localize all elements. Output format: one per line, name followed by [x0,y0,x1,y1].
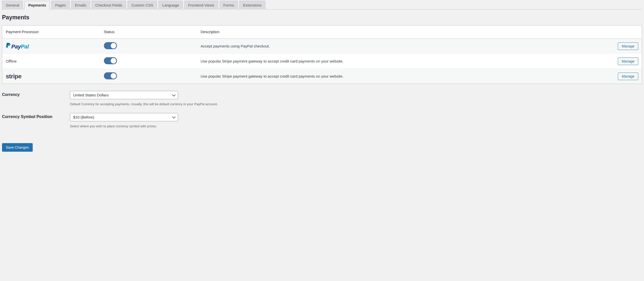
table-header-description: Description [197,26,612,39]
symbol-position-select[interactable]: $10 (Before) [70,113,178,121]
manage-button-stripe[interactable]: Manage [618,73,638,80]
tab-frontend-views[interactable]: Frontend Views [184,1,218,10]
description-stripe: Use popular Stripe payment gateway to ac… [197,69,612,84]
tab-extensions[interactable]: Extensions [239,1,265,10]
symbol-position-select-wrap: $10 (Before) [70,113,178,121]
tab-custom-css[interactable]: Custom CSS [128,1,157,10]
payment-processor-table: Payment Processor Status Description Pay… [2,25,642,84]
tab-payments[interactable]: Payments [24,1,50,10]
paypal-logo-icon: PayPal [6,42,29,50]
table-header-processor: Payment Processor [2,26,100,39]
toggle-offline[interactable] [104,57,117,64]
currency-help: Default Currency for accepting payments.… [70,102,642,106]
tab-pages[interactable]: Pages [51,1,70,10]
description-offline: Use popular Stripe payment gateway to ac… [197,54,612,69]
currency-select[interactable]: United States Dollars [70,91,178,99]
tab-language[interactable]: Language [158,1,183,10]
table-row: PayPal Accept payments using PayPal chec… [2,39,642,54]
symbol-position-help: Select where you wish to place currency … [70,124,642,128]
page-title: Payments [2,14,642,21]
description-paypal: Accept payments using PayPal checkout. [197,39,612,54]
tab-emails[interactable]: Emails [71,1,90,10]
symbol-position-row: Currency Symbol Position $10 (Before) Se… [2,113,642,128]
table-row: stripe Use popular Stripe payment gatewa… [2,69,642,84]
processor-name-offline: Offline [2,54,100,69]
currency-label: Currency [2,91,70,97]
tab-checkout-fields[interactable]: Checkout Fields [92,1,126,10]
table-header-status: Status [100,26,197,39]
currency-select-wrap: United States Dollars [70,91,178,99]
table-row: Offline Use popular Stripe payment gatew… [2,54,642,69]
stripe-logo-icon: stripe [6,73,21,80]
settings-tabs: General Payments Pages Emails Checkout F… [2,0,642,10]
tab-general[interactable]: General [2,1,23,10]
currency-row: Currency United States Dollars Default C… [2,91,642,106]
symbol-position-label: Currency Symbol Position [2,113,70,119]
toggle-paypal[interactable] [104,42,117,49]
toggle-stripe[interactable] [104,72,117,79]
tab-forms[interactable]: Forms [220,1,238,10]
save-button[interactable]: Save Changes [2,143,33,152]
manage-button-offline[interactable]: Manage [618,58,638,65]
manage-button-paypal[interactable]: Manage [618,42,638,50]
